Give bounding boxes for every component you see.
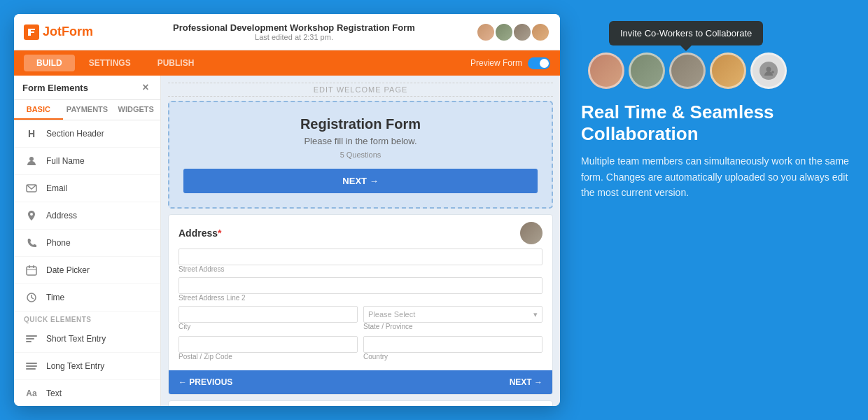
tab-publish[interactable]: PUBLISH <box>145 55 207 71</box>
edit-welcome-label: EDIT WELCOME PAGE <box>168 83 553 97</box>
long-text-icon <box>24 358 39 374</box>
svg-rect-7 <box>26 335 37 337</box>
address-block: Address* Street Address Street Address L… <box>168 214 553 395</box>
fullname-block-header: Full Name* <box>169 401 552 406</box>
sidebar-tab-basic[interactable]: BASIC <box>14 100 63 120</box>
preview-label: Preview Form <box>470 58 522 68</box>
sidebar-item-address[interactable]: Address <box>14 202 160 230</box>
country-input[interactable] <box>363 336 542 353</box>
collab-heading: Real Time & Seamless Collaboration <box>581 102 854 145</box>
sidebar-item-label: Long Text Entry <box>46 361 104 371</box>
sidebar-item-date-picker[interactable]: Date Picker <box>14 257 160 284</box>
sidebar-item-label: Full Name <box>46 156 85 166</box>
svg-point-19 <box>766 67 771 72</box>
top-bar: JotForm Professional Development Worksho… <box>14 14 560 50</box>
street-field-row: Street Address <box>178 248 542 273</box>
sidebar-tab-widgets[interactable]: WIDGETS <box>111 100 160 120</box>
sidebar-item-phone[interactable]: Phone <box>14 230 160 257</box>
sidebar-item-text[interactable]: Aa Text <box>14 380 160 406</box>
sidebar-item-label: Email <box>46 183 67 193</box>
svg-rect-12 <box>26 368 36 370</box>
state-select[interactable]: Please Select ▾ <box>363 306 542 323</box>
address-label: Address* <box>178 227 221 239</box>
close-button[interactable]: × <box>139 81 152 94</box>
street-input[interactable] <box>178 248 542 265</box>
svg-rect-11 <box>26 365 37 367</box>
add-icon <box>760 62 778 80</box>
tab-build[interactable]: BUILD <box>24 55 75 71</box>
postal-label: Postal / Zip Code <box>178 353 358 360</box>
sidebar-tab-payments[interactable]: PAYMENTS <box>63 100 112 120</box>
tooltip-bubble: Invite Co-Workers to Collaborate <box>609 21 763 46</box>
postal-input[interactable] <box>178 336 358 353</box>
sidebar-header: Form Elements × <box>14 76 160 100</box>
right-panel: Invite Co-Workers to Collaborate Real Ti… <box>581 21 854 201</box>
chevron-down-icon: ▾ <box>533 310 538 319</box>
required-marker: * <box>218 227 221 239</box>
sidebar-item-section-header[interactable]: H Section Header <box>14 120 160 148</box>
postal-country-row: Postal / Zip Code Country <box>178 336 542 362</box>
sidebar-item-long-text[interactable]: Long Text Entry <box>14 353 160 380</box>
state-label: State / Province <box>363 323 542 330</box>
street2-label: Street Address Line 2 <box>178 294 542 302</box>
form-title-area: Professional Development Workshop Regist… <box>122 22 466 41</box>
sidebar-item-label: Time <box>46 293 64 302</box>
svg-rect-2 <box>27 267 36 275</box>
sidebar-item-email[interactable]: Email <box>14 175 160 202</box>
editor-avatar <box>520 222 542 244</box>
sidebar-item-label: Phone <box>46 238 71 248</box>
address-block-header: Address* <box>169 215 552 248</box>
sidebar-item-label: Date Picker <box>46 265 90 275</box>
tab-settings[interactable]: SETTINGS <box>76 55 144 71</box>
street-label: Street Address <box>178 265 542 273</box>
sidebar-item-short-text[interactable]: Short Text Entry <box>14 326 160 353</box>
sidebar-item-label: Text <box>46 388 62 398</box>
full-name-icon <box>24 153 39 169</box>
questions-count: 5 Questions <box>183 150 538 159</box>
form-subtitle: Last edited at 2:31 pm. <box>122 33 466 41</box>
sidebar-item-time[interactable]: Time <box>14 284 160 312</box>
country-label: Country <box>363 353 542 360</box>
collab-avatar-1 <box>588 52 624 89</box>
logo-icon <box>24 24 39 40</box>
prev-button[interactable]: ← PREVIOUS <box>178 377 232 387</box>
city-input[interactable] <box>178 306 358 323</box>
sidebar-item-full-name[interactable]: Full Name <box>14 148 160 175</box>
text-icon: Aa <box>24 386 39 401</box>
welcome-card: Registration Form Please fill in the for… <box>168 101 553 209</box>
date-picker-icon <box>24 262 39 278</box>
phone-icon <box>24 235 39 251</box>
fullname-block: Full Name* <box>168 400 553 406</box>
welcome-title: Registration Form <box>183 116 538 132</box>
sidebar-title: Form Elements <box>22 83 88 93</box>
collab-avatars <box>588 52 854 89</box>
street2-field-row: Street Address Line 2 <box>178 277 542 302</box>
short-text-icon <box>24 331 39 346</box>
address-icon <box>24 208 39 223</box>
next-button[interactable]: NEXT → <box>510 377 542 387</box>
avatar-2 <box>494 22 514 42</box>
welcome-next-button[interactable]: NEXT → <box>183 169 538 193</box>
section-header-icon: H <box>24 126 39 141</box>
svg-point-0 <box>29 157 34 161</box>
top-bar-right <box>466 22 550 42</box>
time-icon <box>24 290 39 305</box>
main-window: JotForm Professional Development Worksho… <box>14 14 560 406</box>
form-nav-bar: ← PREVIOUS NEXT → <box>169 370 552 394</box>
form-title: Professional Development Workshop Regist… <box>122 22 466 33</box>
quick-elements-label: QUICK ELEMENTS <box>14 312 160 326</box>
street2-input[interactable] <box>178 277 542 294</box>
email-icon <box>24 181 39 196</box>
avatar-4 <box>531 22 550 42</box>
logo: JotForm <box>24 24 122 40</box>
sidebar-item-label: Address <box>46 211 77 220</box>
preview-toggle[interactable] <box>528 57 550 69</box>
add-collaborator-button[interactable] <box>750 52 787 89</box>
sidebar: Form Elements × BASIC PAYMENTS WIDGETS H… <box>14 76 161 406</box>
svg-rect-8 <box>26 338 34 340</box>
content-area: Form Elements × BASIC PAYMENTS WIDGETS H… <box>14 76 560 406</box>
welcome-subtitle: Please fill in the form below. <box>183 136 538 146</box>
svg-rect-9 <box>26 341 31 342</box>
sidebar-tabs: BASIC PAYMENTS WIDGETS <box>14 100 160 120</box>
city-state-row: City Please Select ▾ State / Province <box>178 306 542 332</box>
